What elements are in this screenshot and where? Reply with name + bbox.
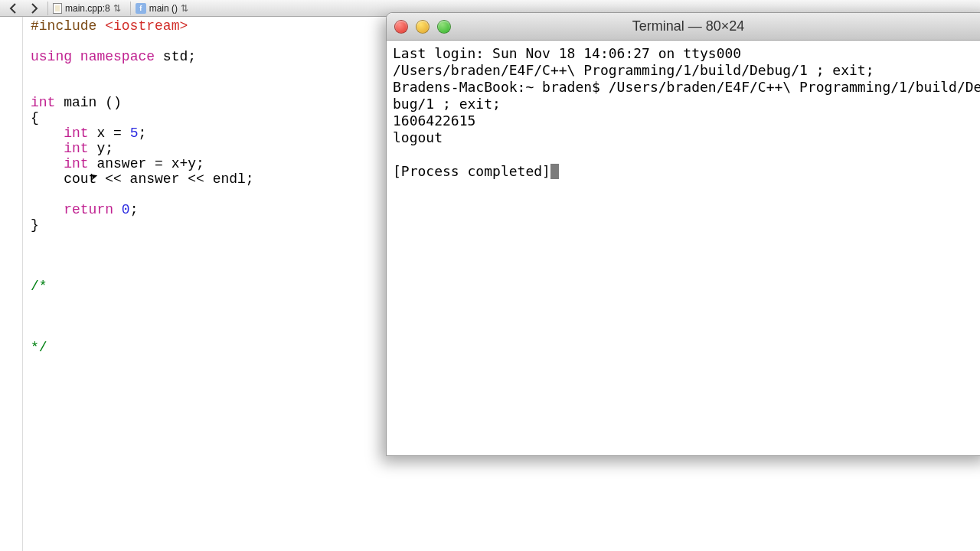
brace-open: { <box>31 110 39 126</box>
number-literal: 5 <box>130 126 139 141</box>
terminal-output[interactable]: Last login: Sun Nov 18 14:06:27 on ttys0… <box>387 41 980 455</box>
terminal-title: Terminal — 80×24 <box>387 18 980 34</box>
breadcrumb-file-label: main.cpp:8 <box>65 3 110 14</box>
terminal-window[interactable]: Terminal — 80×24 Last login: Sun Nov 18 … <box>386 12 980 456</box>
chevron-right-icon <box>30 3 39 14</box>
comment-open: /* <box>31 279 47 294</box>
keyword-int: int <box>64 141 88 156</box>
terminal-cursor <box>550 164 559 179</box>
terminal-line: [Process completed] <box>393 163 550 179</box>
cpp-file-icon <box>53 3 62 14</box>
return-tail <box>113 202 122 217</box>
terminal-line: Bradens-MacBook:~ braden$ /Users/braden/… <box>393 79 980 112</box>
terminal-line: 1606422615 <box>393 112 475 129</box>
keyword-using: using <box>31 49 72 64</box>
keyword-int: int <box>64 126 88 141</box>
comment-close: */ <box>31 340 47 355</box>
number-literal: 0 <box>122 202 130 217</box>
chevron-left-icon <box>8 3 18 14</box>
editor-gutter <box>0 17 23 551</box>
zoom-button[interactable] <box>437 20 451 34</box>
indent <box>31 156 64 171</box>
keyword-namespace: namespace <box>80 49 155 64</box>
terminal-line: Last login: Sun Nov 18 14:06:27 on ttys0… <box>393 45 741 61</box>
brace-close: } <box>31 217 39 233</box>
breadcrumb-function[interactable]: f main () ⇅ <box>130 2 193 15</box>
semicolon: ; <box>130 202 139 217</box>
window-controls <box>394 20 451 34</box>
decl-y: y; <box>89 141 113 156</box>
function-icon: f <box>136 3 146 14</box>
keyword-int: int <box>31 95 55 110</box>
breadcrumb-function-label: main () <box>149 3 178 14</box>
indent <box>31 126 64 141</box>
semicolon: ; <box>138 126 146 141</box>
dropdown-arrows-icon: ⇅ <box>181 3 188 14</box>
keyword-return: return <box>64 202 113 217</box>
decl-x: x = <box>89 126 130 141</box>
back-button[interactable] <box>5 2 21 15</box>
keyword-int: int <box>64 156 88 171</box>
main-signature: main () <box>55 95 121 110</box>
terminal-titlebar[interactable]: Terminal — 80×24 <box>387 13 980 41</box>
terminal-line: /Users/braden/E4F/C++\ Programming/1/bui… <box>393 62 874 78</box>
include-header: <iostream> <box>105 18 188 34</box>
breadcrumb-file[interactable]: main.cpp:8 ⇅ <box>47 2 126 15</box>
forward-button[interactable] <box>26 2 43 15</box>
decl-answer: answer = x+y; <box>89 156 204 171</box>
dropdown-arrows-icon: ⇅ <box>113 3 121 14</box>
minimize-button[interactable] <box>416 20 430 34</box>
close-button[interactable] <box>394 20 408 34</box>
namespace-value: std; <box>163 49 196 64</box>
preprocessor: #include <box>31 18 105 34</box>
indent <box>31 141 64 156</box>
terminal-line: logout <box>393 129 443 145</box>
indent <box>31 202 64 217</box>
cout-line: cout << answer << endl; <box>31 171 254 187</box>
